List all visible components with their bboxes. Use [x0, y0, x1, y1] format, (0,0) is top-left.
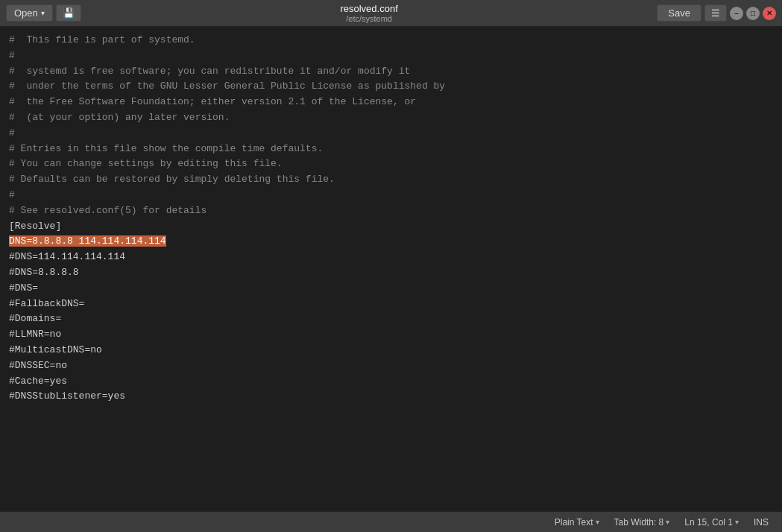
editor-line: DNS=8.8.8.8 114.114.114.114: [9, 234, 773, 250]
editor-line: #: [9, 48, 773, 64]
editor-line: [Resolve]: [9, 219, 773, 235]
maximize-button[interactable]: □: [746, 7, 760, 20]
language-chevron-icon: ▾: [596, 518, 599, 526]
titlebar: Open ▾ 💾 resolved.conf /etc/systemd Save…: [0, 0, 782, 27]
language-selector[interactable]: Plain Text ▾: [550, 516, 604, 529]
editor-line: #DNS=8.8.8.8: [9, 265, 773, 281]
editor-line: #MulticastDNS=no: [9, 343, 773, 358]
editor-line: #: [9, 126, 773, 142]
close-button[interactable]: ✕: [763, 7, 776, 20]
editor-line: #LLMNR=no: [9, 327, 773, 343]
editor-line: # See resolved.conf(5) for details: [9, 203, 773, 219]
menu-button[interactable]: ☰: [704, 4, 727, 22]
highlighted-text: DNS=8.8.8.8 114.114.114.114: [9, 235, 166, 247]
titlebar-left: Open ▾ 💾: [6, 4, 81, 22]
editor-line: #FallbackDNS=: [9, 297, 773, 312]
title-filepath: /etc/systemd: [81, 14, 658, 23]
tab-width-selector[interactable]: Tab Width: 8 ▾: [610, 516, 675, 529]
save-button[interactable]: Save: [657, 4, 701, 22]
editor-line: # systemd is free software; you can redi…: [9, 64, 773, 80]
cursor-chevron-icon: ▾: [735, 518, 739, 526]
editor-line: # the Free Software Foundation; either v…: [9, 95, 773, 110]
titlebar-right: Save ☰ – □ ✕: [657, 4, 776, 22]
open-label: Open: [14, 7, 38, 19]
insert-mode-label: INS: [749, 516, 773, 529]
titlebar-center: resolved.conf /etc/systemd: [81, 3, 658, 23]
editor-line: # Defaults can be restored by simply del…: [9, 172, 773, 188]
cursor-label: Ln 15, Col 1: [684, 517, 733, 528]
minimize-button[interactable]: –: [730, 7, 743, 20]
save-file-icon-button[interactable]: 💾: [56, 4, 81, 22]
editor-line: #DNSSEC=no: [9, 358, 773, 374]
tab-width-chevron-icon: ▾: [666, 518, 669, 526]
editor-line: #DNS=: [9, 281, 773, 297]
save-file-icon: 💾: [63, 7, 75, 19]
editor-line: #Domains=: [9, 311, 773, 327]
editor-line: # under the terms of the GNU Lesser Gene…: [9, 79, 773, 95]
statusbar: Plain Text ▾ Tab Width: 8 ▾ Ln 15, Col 1…: [0, 511, 782, 532]
editor-line: # This file is part of systemd.: [9, 33, 773, 48]
tab-width-label: Tab Width: 8: [614, 517, 664, 528]
editor[interactable]: # This file is part of systemd.## system…: [0, 27, 782, 511]
language-label: Plain Text: [555, 517, 593, 528]
open-button[interactable]: Open ▾: [6, 4, 53, 22]
editor-line: # Entries in this file show the compile …: [9, 142, 773, 157]
open-chevron-icon: ▾: [41, 9, 45, 17]
cursor-position[interactable]: Ln 15, Col 1 ▾: [680, 516, 743, 529]
editor-line: # You can change settings by editing thi…: [9, 156, 773, 172]
editor-line: #: [9, 188, 773, 203]
editor-line: #Cache=yes: [9, 374, 773, 390]
editor-line: #DNSStubListener=yes: [9, 389, 773, 405]
title-filename: resolved.conf: [81, 3, 658, 14]
editor-line: #DNS=114.114.114.114: [9, 250, 773, 265]
editor-line: # (at your option) any later version.: [9, 110, 773, 126]
